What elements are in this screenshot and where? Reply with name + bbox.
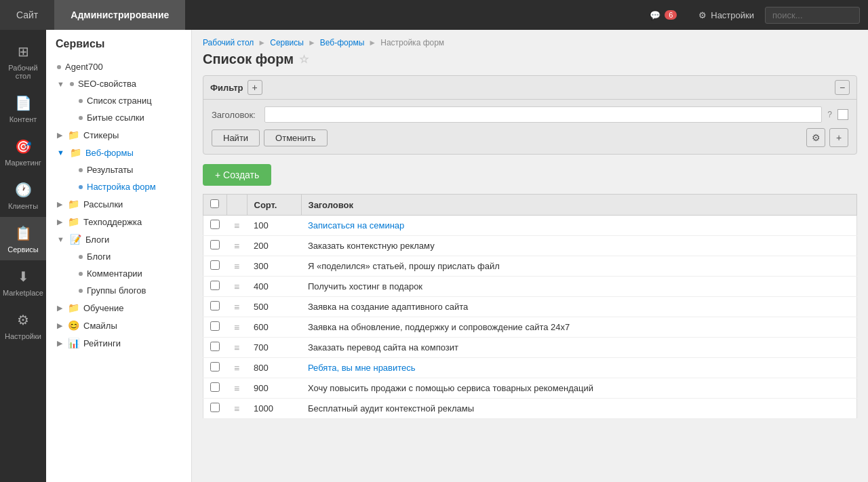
drag-icon[interactable]: ≡ bbox=[234, 220, 239, 231]
star-icon[interactable]: ☆ bbox=[299, 53, 309, 66]
drag-icon[interactable]: ≡ bbox=[234, 342, 239, 353]
nav-item-services[interactable]: 📋 Сервисы bbox=[0, 217, 46, 260]
filter-minimize-button[interactable]: − bbox=[835, 80, 850, 95]
admin-tab[interactable]: Администрирование bbox=[54, 0, 185, 30]
create-button[interactable]: + Создать bbox=[203, 164, 271, 186]
row-checkbox[interactable] bbox=[210, 220, 220, 229]
row-checkbox[interactable] bbox=[210, 260, 220, 270]
sidebar-item-agent700[interactable]: Agent700 bbox=[46, 58, 191, 75]
table-row: ≡ 1000 Бесплатный аудит контекстной рекл… bbox=[203, 399, 857, 419]
row-checkbox[interactable] bbox=[210, 240, 220, 249]
sidebar-item-blog-groups[interactable]: Группы блогов bbox=[68, 282, 191, 299]
dot-icon bbox=[79, 289, 83, 293]
drag-icon[interactable]: ≡ bbox=[234, 261, 239, 272]
row-title-text: Хочу повысить продажи с помощью сервиса … bbox=[308, 383, 593, 393]
col-header-title: Заголовок bbox=[301, 195, 857, 216]
search-input[interactable] bbox=[765, 7, 860, 24]
content-icon: 📄 bbox=[14, 94, 33, 113]
cancel-button[interactable]: Отменить bbox=[264, 129, 327, 146]
notifications-btn[interactable]: 💬 6 bbox=[639, 0, 688, 30]
site-tab[interactable]: Сайт bbox=[0, 0, 54, 30]
row-title-text: Заявка на обновление, поддержку и сопров… bbox=[308, 322, 570, 332]
row-checkbox[interactable] bbox=[210, 362, 220, 371]
sidebar-item-results[interactable]: Результаты bbox=[68, 161, 191, 178]
drag-icon[interactable]: ≡ bbox=[234, 281, 239, 292]
row-checkbox[interactable] bbox=[210, 301, 220, 310]
row-checkbox[interactable] bbox=[210, 403, 220, 412]
table-row: ≡ 600 Заявка на обновление, поддержку и … bbox=[203, 317, 857, 338]
drag-icon[interactable]: ≡ bbox=[234, 241, 239, 252]
sidebar-item-pages[interactable]: Список страниц bbox=[68, 92, 191, 109]
row-drag-cell: ≡ bbox=[226, 378, 247, 399]
table-row: ≡ 800 Ребята, вы мне нравитесь bbox=[203, 358, 857, 378]
left-nav: ⊞ Рабочий стол 📄 Контент 🎯 Маркетинг 🕐 К… bbox=[0, 30, 46, 482]
help-icon[interactable]: ? bbox=[827, 110, 832, 119]
drag-icon[interactable]: ≡ bbox=[234, 363, 239, 374]
drag-icon[interactable]: ≡ bbox=[234, 302, 239, 313]
row-checkbox[interactable] bbox=[210, 382, 220, 392]
plus-button[interactable]: + bbox=[829, 128, 848, 147]
sidebar-item-blogs-sub[interactable]: Блоги bbox=[68, 248, 191, 265]
sidebar-item-blogs[interactable]: ▼ 📝 Блоги bbox=[46, 230, 191, 248]
filter-row-heading: Заголовок: ? bbox=[212, 106, 848, 123]
nav-item-content[interactable]: 📄 Контент bbox=[0, 87, 46, 130]
gear-button[interactable]: ⚙ bbox=[806, 128, 825, 147]
breadcrumb-desktop[interactable]: Рабочий стол bbox=[203, 38, 254, 47]
sidebar-item-smileys[interactable]: ▶ 😊 Смайлы bbox=[46, 317, 191, 334]
row-sort-cell: 600 bbox=[247, 317, 301, 338]
filter-input-heading[interactable] bbox=[264, 106, 822, 123]
drag-icon[interactable]: ≡ bbox=[234, 403, 239, 414]
nav-item-settings[interactable]: ⚙ Настройки bbox=[0, 304, 46, 347]
sidebar-label-stickers: Стикеры bbox=[83, 130, 119, 140]
row-checkbox[interactable] bbox=[210, 342, 220, 351]
sidebar-item-comments[interactable]: Комментарии bbox=[68, 265, 191, 282]
sidebar-item-form-settings[interactable]: Настройка форм bbox=[68, 178, 191, 195]
smiley-icon: 😊 bbox=[68, 320, 79, 331]
page-title: Список форм bbox=[203, 52, 294, 67]
sidebar-item-seo[interactable]: ▼ SEO-свойства bbox=[46, 75, 191, 92]
clients-icon: 🕐 bbox=[14, 180, 33, 199]
settings-nav-icon: ⚙ bbox=[14, 310, 33, 329]
bell-icon: 💬 bbox=[650, 10, 660, 20]
settings-btn[interactable]: ⚙ Настройки bbox=[688, 0, 765, 30]
row-check-cell bbox=[203, 277, 227, 297]
sidebar-item-broken[interactable]: Битые ссылки bbox=[68, 109, 191, 126]
row-checkbox[interactable] bbox=[210, 321, 220, 331]
expand-icon: ▼ bbox=[57, 148, 64, 157]
page-title-container: Список форм ☆ bbox=[203, 52, 857, 67]
row-drag-cell: ≡ bbox=[226, 338, 247, 358]
sidebar-item-stickers[interactable]: ▶ 📁 Стикеры bbox=[46, 126, 191, 144]
sidebar-item-training[interactable]: ▶ 📁 Обучение bbox=[46, 299, 191, 317]
filter-checkbox[interactable] bbox=[837, 109, 848, 120]
breadcrumb-services[interactable]: Сервисы bbox=[270, 38, 304, 47]
select-all-checkbox[interactable] bbox=[210, 199, 219, 208]
row-title-link[interactable]: Ребята, вы мне нравитесь bbox=[308, 363, 416, 373]
drag-icon[interactable]: ≡ bbox=[234, 383, 239, 394]
col-header-sort: Сорт. bbox=[247, 195, 301, 216]
nav-label-marketplace: Marketplace bbox=[3, 289, 43, 297]
folder-icon: 📁 bbox=[70, 147, 81, 158]
sidebar-item-support[interactable]: ▶ 📁 Техподдержка bbox=[46, 213, 191, 230]
dot-icon bbox=[79, 116, 83, 120]
ratings-icon: 📊 bbox=[68, 338, 79, 348]
sidebar-label-pages: Список страниц bbox=[87, 96, 152, 106]
filter-add-button[interactable]: + bbox=[248, 80, 262, 95]
row-title-text: Я «поделился» статьей, прошу прислать фа… bbox=[308, 261, 500, 271]
expand-icon: ▼ bbox=[57, 80, 64, 88]
breadcrumb-webforms[interactable]: Веб-формы bbox=[320, 38, 365, 47]
sidebar-item-webforms[interactable]: ▼ 📁 Веб-формы bbox=[46, 144, 191, 161]
table-row: ≡ 200 Заказать контекстную рекламу bbox=[203, 236, 857, 256]
sidebar-item-ratings[interactable]: ▶ 📊 Рейтинги bbox=[46, 334, 191, 352]
nav-item-marketing[interactable]: 🎯 Маркетинг bbox=[0, 130, 46, 174]
nav-item-clients[interactable]: 🕐 Клиенты bbox=[0, 174, 46, 217]
row-title-text: Заказать перевод сайта на композит bbox=[308, 342, 458, 353]
drag-icon[interactable]: ≡ bbox=[234, 322, 239, 333]
nav-item-desktop[interactable]: ⊞ Рабочий стол bbox=[0, 35, 46, 87]
find-button[interactable]: Найти bbox=[212, 129, 260, 146]
breadcrumb-current: Настройка форм bbox=[380, 38, 444, 47]
row-title-link[interactable]: Записаться на семинар bbox=[308, 220, 404, 230]
sidebar-item-mailings[interactable]: ▶ 📁 Рассылки bbox=[46, 195, 191, 213]
nav-item-marketplace[interactable]: ⬇ Marketplace bbox=[0, 260, 46, 304]
sidebar-label-comments: Комментарии bbox=[87, 268, 142, 279]
row-checkbox[interactable] bbox=[210, 281, 220, 290]
